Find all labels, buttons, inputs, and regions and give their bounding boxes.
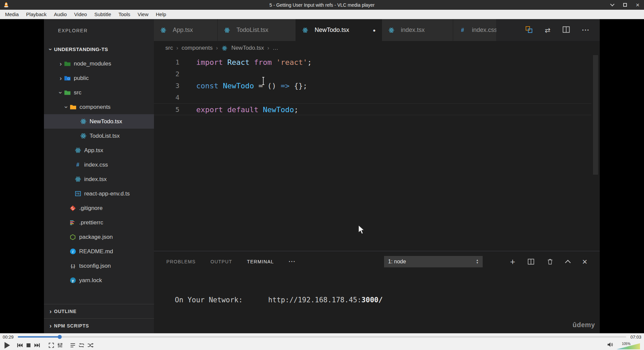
transport-controls: 105% bbox=[0, 340, 644, 350]
tree-item-yarn-lock[interactable]: y yarn.lock bbox=[44, 273, 154, 288]
tab-index-tsx[interactable]: index.tsx bbox=[382, 19, 453, 41]
select-arrows-icon: ▲▼ bbox=[476, 259, 479, 264]
menu-view[interactable]: View bbox=[134, 11, 152, 17]
chevron-right-icon: › bbox=[47, 308, 54, 315]
playlist-button[interactable] bbox=[69, 342, 76, 349]
loop-button[interactable] bbox=[78, 342, 85, 349]
split-terminal-icon[interactable] bbox=[528, 259, 534, 265]
breadcrumb-file[interactable]: NewTodo.tsx bbox=[231, 45, 264, 51]
volume-percent: 105% bbox=[622, 342, 631, 346]
menu-subtitle[interactable]: Subtitle bbox=[91, 11, 115, 17]
new-terminal-icon[interactable]: + bbox=[510, 257, 515, 267]
close-panel-icon[interactable]: × bbox=[582, 257, 587, 267]
editor-actions: ⇄ ··· bbox=[525, 19, 600, 41]
volume-slider[interactable]: 105% bbox=[616, 343, 640, 349]
folder-public-icon bbox=[64, 75, 71, 82]
section-npm-scripts[interactable]: › NPM SCRIPTS bbox=[44, 318, 154, 333]
panel-header: PROBLEMS OUTPUT TERMINAL ··· 1: node ▲▼ … bbox=[154, 251, 600, 272]
line-number: 1 bbox=[154, 56, 184, 68]
close-button[interactable]: × bbox=[635, 2, 641, 8]
tab-newtodo-tsx[interactable]: NewTodo.tsx ● bbox=[296, 19, 382, 41]
tree-item-prettierrc[interactable]: .prettierrc bbox=[44, 215, 154, 230]
tree-item-index-tsx[interactable]: index.tsx bbox=[44, 172, 154, 186]
info-icon: i bbox=[69, 248, 76, 255]
tree-item-public[interactable]: › public bbox=[44, 71, 154, 85]
tree-root-understanding-ts[interactable]: › UNDERSTANDING-TS bbox=[44, 42, 154, 56]
section-outline[interactable]: › OUTLINE bbox=[44, 304, 154, 318]
menu-playback[interactable]: Playback bbox=[22, 11, 50, 17]
tree-item-src[interactable]: › src bbox=[44, 85, 154, 100]
tree-item-package-json[interactable]: package.json bbox=[44, 230, 154, 244]
tab-terminal[interactable]: TERMINAL bbox=[247, 259, 274, 264]
scrollbar-thumb[interactable] bbox=[593, 55, 598, 175]
chevron-right-icon: › bbox=[47, 322, 54, 330]
terminal-output[interactable]: On Your Network: http://192.168.178.45:3… bbox=[166, 277, 596, 333]
terminal-shell-select[interactable]: 1: node ▲▼ bbox=[384, 256, 483, 267]
code-editor[interactable]: 1 import React from 'react'; 2 3 const N… bbox=[154, 55, 591, 251]
maximize-panel-icon[interactable] bbox=[566, 259, 570, 265]
menu-video[interactable]: Video bbox=[70, 11, 91, 17]
tree-item-index-css[interactable]: # index.css bbox=[44, 158, 154, 172]
tab-output[interactable]: OUTPUT bbox=[210, 259, 232, 264]
react-icon bbox=[221, 45, 228, 51]
tab-index-css[interactable]: # index.css bbox=[453, 19, 497, 41]
react-icon bbox=[74, 147, 81, 154]
seek-handle[interactable] bbox=[58, 335, 62, 339]
terminal-line bbox=[166, 323, 596, 332]
breadcrumb-src[interactable]: src bbox=[165, 45, 173, 51]
git-icon bbox=[69, 205, 76, 212]
menu-tools[interactable]: Tools bbox=[115, 11, 134, 17]
tree-item-node-modules[interactable]: › node_modules bbox=[44, 56, 154, 71]
tree-item-gitignore[interactable]: .gitignore bbox=[44, 201, 154, 215]
tree-item-react-app-env[interactable]: TS react-app-env.d.ts bbox=[44, 186, 154, 201]
vlc-titlebar: 5 - Getting User Input with refs - VLC m… bbox=[0, 0, 644, 10]
tree-item-readme-md[interactable]: i README.md bbox=[44, 244, 154, 259]
next-button[interactable] bbox=[34, 342, 41, 349]
seek-slider[interactable] bbox=[18, 336, 627, 338]
chevron-right-icon: › bbox=[267, 45, 269, 51]
tree-item-newtodo-tsx[interactable]: NewTodo.tsx bbox=[44, 114, 154, 129]
breadcrumb-components[interactable]: components bbox=[181, 45, 213, 51]
tree-root-label: UNDERSTANDING-TS bbox=[54, 46, 108, 52]
menu-media[interactable]: Media bbox=[1, 11, 22, 17]
split-editor-icon[interactable] bbox=[562, 26, 570, 34]
tree-item-todolist-tsx[interactable]: TodoList.tsx bbox=[44, 129, 154, 143]
play-button[interactable] bbox=[2, 341, 11, 350]
chevron-down-icon: › bbox=[47, 46, 54, 53]
volume-icon[interactable] bbox=[606, 341, 614, 349]
tree-item-app-tsx[interactable]: App.tsx bbox=[44, 143, 154, 158]
breadcrumb: src › components › NewTodo.tsx › … bbox=[154, 41, 600, 55]
tab-problems[interactable]: PROBLEMS bbox=[166, 259, 196, 264]
tab-todolist-tsx[interactable]: TodoList.tsx bbox=[218, 19, 296, 41]
typescript-def-icon: TS bbox=[74, 190, 81, 197]
menu-help[interactable]: Help bbox=[152, 11, 170, 17]
more-actions-icon[interactable]: ··· bbox=[582, 26, 590, 34]
minimize-button[interactable] bbox=[609, 2, 615, 8]
extended-settings-button[interactable] bbox=[57, 342, 63, 349]
fullscreen-button[interactable] bbox=[48, 342, 55, 349]
folder-components-icon bbox=[70, 104, 76, 111]
video-display[interactable]: EXPLORER › UNDERSTANDING-TS › node_modul… bbox=[0, 19, 644, 333]
editor-scrollbar[interactable] bbox=[591, 55, 600, 251]
compare-changes-icon[interactable]: ⇄ bbox=[545, 26, 550, 34]
tab-app-tsx[interactable]: App.tsx bbox=[154, 19, 218, 41]
react-icon bbox=[388, 27, 395, 34]
kill-terminal-icon[interactable] bbox=[547, 258, 553, 265]
chevron-right-icon: › bbox=[176, 45, 178, 51]
stop-button[interactable] bbox=[25, 342, 32, 349]
code-line-5: 5 export default NewTodo; bbox=[154, 103, 591, 115]
previous-button[interactable] bbox=[16, 342, 23, 349]
random-button[interactable] bbox=[87, 342, 94, 349]
breadcrumb-symbol[interactable]: … bbox=[273, 45, 278, 51]
folder-node-modules-icon bbox=[64, 60, 71, 67]
chevron-right-icon: › bbox=[57, 60, 64, 68]
css-icon: # bbox=[459, 27, 466, 34]
maximize-button[interactable] bbox=[622, 2, 628, 8]
tree-item-tsconfig-json[interactable]: {..} tsconfig.json bbox=[44, 259, 154, 273]
tree-item-components[interactable]: › components bbox=[44, 100, 154, 114]
code-line-4: 4 bbox=[154, 92, 591, 103]
more-panel-tabs-icon[interactable]: ··· bbox=[289, 258, 296, 265]
chevron-down-icon: › bbox=[57, 89, 64, 96]
menu-audio[interactable]: Audio bbox=[50, 11, 70, 17]
open-changes-icon[interactable] bbox=[525, 26, 533, 35]
